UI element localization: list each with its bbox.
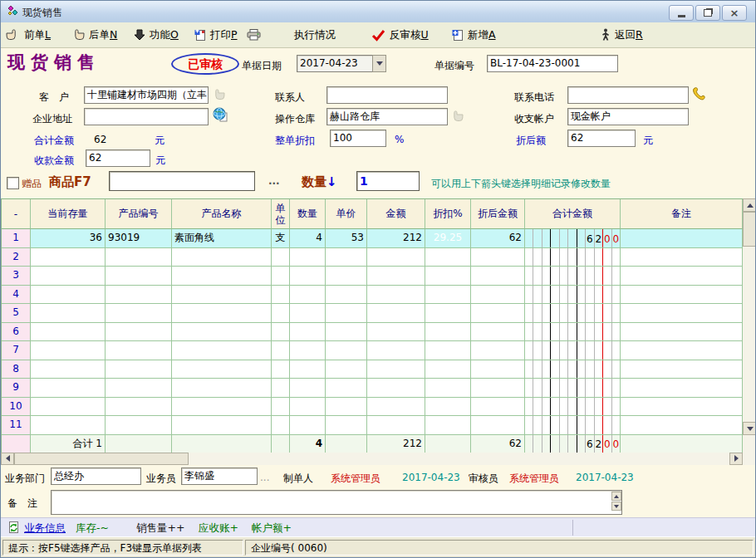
- doc-date-field[interactable]: 2017-04-23: [297, 55, 375, 72]
- cell-remark[interactable]: [621, 267, 743, 286]
- gift-checkbox[interactable]: [7, 177, 19, 189]
- phone-icon[interactable]: [691, 86, 706, 101]
- cell-qty[interactable]: [290, 341, 326, 360]
- cell-remark[interactable]: [621, 304, 743, 323]
- cell-qty[interactable]: [290, 267, 326, 286]
- cell-stock[interactable]: 36: [31, 229, 106, 248]
- remark-textarea[interactable]: [51, 490, 622, 515]
- cell-disc_amount[interactable]: [471, 267, 525, 286]
- whole-discount-field[interactable]: 100: [330, 130, 386, 147]
- cell-price[interactable]: [326, 398, 367, 417]
- remark-scroll-down-button[interactable]: [611, 502, 621, 511]
- cell-amount[interactable]: 212: [367, 229, 425, 248]
- cell-disc_amount[interactable]: 62: [471, 229, 525, 248]
- salesman-browse-ellipsis[interactable]: ...: [260, 472, 269, 483]
- cell-amount[interactable]: [367, 398, 425, 417]
- cell-total[interactable]: [525, 379, 621, 398]
- cell-code[interactable]: [106, 341, 172, 360]
- cell-disc_amount[interactable]: [471, 360, 525, 379]
- remark-scroll-up-button[interactable]: [611, 492, 621, 501]
- cell-unit[interactable]: [272, 248, 290, 267]
- cell-unit[interactable]: [272, 416, 290, 435]
- cell-discount[interactable]: [425, 304, 471, 323]
- vertical-scrollbar[interactable]: [743, 198, 756, 435]
- cell-qty[interactable]: 4: [290, 229, 326, 248]
- cell-code[interactable]: [106, 360, 172, 379]
- cell-code[interactable]: [106, 267, 172, 286]
- cell-disc_amount[interactable]: [471, 248, 525, 267]
- cell-total[interactable]: 6200: [525, 229, 621, 248]
- cell-name[interactable]: [172, 267, 272, 286]
- exec-status-button[interactable]: 执行情况: [294, 26, 336, 44]
- cell-name[interactable]: [172, 248, 272, 267]
- cell-total[interactable]: [525, 304, 621, 323]
- salesman-field[interactable]: 李锦盛: [181, 467, 258, 485]
- cell-unit[interactable]: [272, 360, 290, 379]
- cell-amount[interactable]: [367, 341, 425, 360]
- prev-doc-button[interactable]: 前单L: [6, 26, 51, 44]
- after-discount-field[interactable]: 62: [567, 130, 636, 147]
- cell-stock[interactable]: [31, 323, 106, 342]
- cell-discount[interactable]: [425, 416, 471, 435]
- globe-icon[interactable]: [213, 107, 228, 122]
- refresh-doc-icon[interactable]: [7, 521, 20, 535]
- horizontal-scrollbar[interactable]: [1, 453, 743, 465]
- account-field[interactable]: 现金帐户: [567, 108, 689, 125]
- cell-amount[interactable]: [367, 323, 425, 342]
- cell-discount[interactable]: [425, 360, 471, 379]
- restore-button[interactable]: [695, 5, 720, 21]
- cell-unit[interactable]: [272, 398, 290, 417]
- phone-field[interactable]: [567, 86, 689, 104]
- cell-qty[interactable]: [290, 416, 326, 435]
- cell-name[interactable]: [172, 341, 272, 360]
- cell-unit[interactable]: [272, 267, 290, 286]
- scroll-up-button[interactable]: [743, 198, 756, 212]
- doc-no-field[interactable]: BL-17-04-23-0001: [487, 55, 618, 72]
- printer-icon[interactable]: [247, 29, 261, 41]
- cell-price[interactable]: [326, 248, 367, 267]
- contact-field[interactable]: [326, 86, 448, 104]
- cell-remark[interactable]: [621, 248, 743, 267]
- cell-discount[interactable]: [425, 341, 471, 360]
- cell-code[interactable]: [106, 379, 172, 398]
- cell-unit[interactable]: [272, 379, 290, 398]
- dept-field[interactable]: 总经办: [51, 467, 141, 485]
- cell-amount[interactable]: [367, 248, 425, 267]
- cell-total[interactable]: [525, 398, 621, 417]
- stock-link[interactable]: 库存-~: [76, 521, 109, 536]
- cell-disc_amount[interactable]: [471, 304, 525, 323]
- cell-qty[interactable]: [290, 304, 326, 323]
- cell-name[interactable]: 素面角线: [172, 229, 272, 248]
- account-balance-link[interactable]: 帐户额+: [252, 521, 292, 536]
- cell-amount[interactable]: [367, 360, 425, 379]
- cell-disc_amount[interactable]: [471, 398, 525, 417]
- cell-code[interactable]: [106, 248, 172, 267]
- cell-code[interactable]: [106, 304, 172, 323]
- cell-name[interactable]: [172, 360, 272, 379]
- cell-disc_amount[interactable]: [471, 341, 525, 360]
- cell-qty[interactable]: [290, 398, 326, 417]
- doc-date-dropdown-button[interactable]: [372, 55, 386, 72]
- cell-remark[interactable]: [621, 379, 743, 398]
- cell-qty[interactable]: [290, 360, 326, 379]
- scroll-left-button[interactable]: [1, 453, 14, 465]
- cell-unit[interactable]: [272, 341, 290, 360]
- functions-button[interactable]: 功能O: [134, 26, 179, 44]
- product-input[interactable]: [109, 171, 255, 191]
- receivable-link[interactable]: 应收账+: [199, 521, 238, 536]
- cell-qty[interactable]: [290, 323, 326, 342]
- print-button[interactable]: 打印P: [194, 26, 261, 44]
- close-button[interactable]: ×: [722, 5, 747, 21]
- cell-price[interactable]: [326, 360, 367, 379]
- warehouse-field[interactable]: 赫山路仓库: [326, 108, 448, 125]
- cell-stock[interactable]: [31, 416, 106, 435]
- cell-disc_amount[interactable]: [471, 379, 525, 398]
- cell-disc_amount[interactable]: [471, 286, 525, 305]
- hand-picker-icon[interactable]: [449, 110, 464, 122]
- received-amount-field[interactable]: 62: [86, 149, 150, 167]
- cell-total[interactable]: [525, 323, 621, 342]
- cell-disc_amount[interactable]: [471, 323, 525, 342]
- cell-price[interactable]: [326, 267, 367, 286]
- cell-price[interactable]: [326, 379, 367, 398]
- cell-discount[interactable]: [425, 267, 471, 286]
